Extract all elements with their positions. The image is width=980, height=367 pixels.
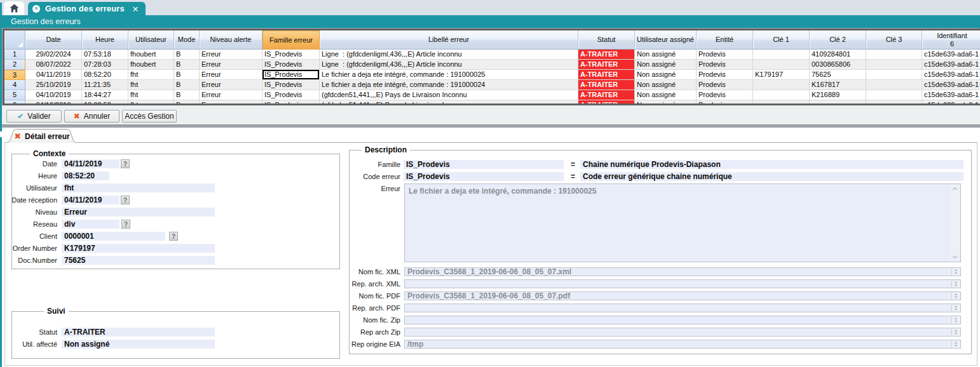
cell-niveau-row3[interactable]: Erreur — [200, 70, 262, 80]
cell-cle2-row3[interactable]: 75625 — [810, 70, 866, 80]
field-utilisateur[interactable]: fht — [62, 184, 215, 192]
textarea-scrollbar[interactable] — [950, 185, 960, 261]
cell-mode-row5[interactable]: B — [174, 90, 200, 100]
cell-libelle-row4[interactable]: Le fichier a deja ete intégré, commande … — [320, 80, 578, 90]
cell-heure-row3[interactable]: 08:52:20 — [82, 70, 128, 80]
cell-statut-row2[interactable]: A-TRAITER — [578, 60, 635, 70]
column-header-heure[interactable]: Heure — [82, 30, 128, 50]
cell-id6-row4[interactable]: c15de639-ada6-1 — [922, 80, 980, 90]
cell-id6-row3[interactable]: c15de639-ada6-1 — [922, 70, 980, 80]
field-nom-fic-pdf[interactable]: Prodevis_C3568_1_2019-06-06_08_05_07.pdf — [404, 291, 961, 300]
field-statut[interactable]: A-TRAITER — [62, 328, 215, 337]
column-header-statut[interactable]: Statut — [578, 30, 635, 50]
cell-famille-row2[interactable]: IS_Prodevis — [262, 60, 320, 70]
cell-cle3-row5[interactable] — [866, 90, 922, 100]
field-nom-fic-xml[interactable]: Prodevis_C3568_1_2019-06-06_08_05_07.xml — [404, 267, 961, 276]
cell-niveau-row4[interactable]: Erreur — [200, 80, 262, 90]
tab-detail-erreur[interactable]: ✖ Détail erreur — [6, 128, 78, 143]
cell-entite-row6[interactable]: Prodevis — [697, 100, 753, 105]
cell-cle2-row2[interactable]: 0030865806 — [810, 60, 866, 70]
cell-cle2-row5[interactable]: K216889 — [810, 90, 866, 100]
field-famille-code[interactable]: IS_Prodevis — [404, 160, 564, 169]
cell-statut-row5[interactable]: A-TRAITER — [578, 90, 635, 100]
cell-statut-row1[interactable]: A-TRAITER — [578, 50, 635, 60]
column-header-libelle[interactable]: Libellé erreur — [320, 30, 578, 50]
button-acc-s-gestion[interactable]: Accès Gestion — [122, 110, 177, 123]
cell-utilisateur-row3[interactable]: fht — [128, 70, 174, 80]
field-util-affect-[interactable]: Non assigné — [62, 340, 215, 349]
cell-cle2-row4[interactable]: K167817 — [810, 80, 866, 90]
cell-niveau-row6[interactable]: Erreur — [200, 100, 262, 105]
cell-statut-row6[interactable]: A-TRAITER — [578, 100, 635, 105]
cell-id6-row6[interactable]: c15de639-ada6-1 — [922, 100, 980, 105]
cell-mode-row6[interactable]: B — [174, 100, 200, 105]
button-valider[interactable]: ✔Valider — [6, 110, 62, 123]
cell-id6-row5[interactable]: c15de639-ada6-1 — [922, 90, 980, 100]
table-row-1[interactable]: 129/02/202407:53:18fhoubertBErreurIS_Pro… — [4, 50, 980, 60]
field-heure[interactable]: 08:52:20 — [62, 171, 109, 180]
cell-utilisateur-row5[interactable]: fht — [128, 90, 174, 100]
cell-cle1-row5[interactable] — [753, 90, 810, 100]
button-annuler[interactable]: ✖Annuler — [64, 110, 119, 123]
table-row-4[interactable]: 425/10/201911:21:35fhtBErreurIS_Prodevis… — [4, 80, 980, 90]
cell-libelle-row5[interactable]: (gfdcden51,441,,,E) Pays de Livraison In… — [320, 90, 578, 100]
cell-date-row2[interactable]: 08/07/2022 — [25, 60, 82, 70]
cell-cle1-row4[interactable] — [753, 80, 810, 90]
cell-date-row6[interactable]: 04/10/2019 — [25, 100, 82, 105]
table-row-3[interactable]: 304/11/201908:52:20fhtBErreurIS_Prodevis… — [4, 70, 980, 80]
cell-famille-row6[interactable]: IS_Prodevis — [262, 100, 320, 105]
cell-niveau-row2[interactable]: Erreur — [200, 60, 262, 70]
field-nom-fic-zip[interactable] — [404, 316, 961, 324]
field-doc-number[interactable]: 75625 — [62, 256, 215, 265]
cell-entite-row1[interactable]: Prodevis — [697, 50, 753, 60]
help-button-client[interactable]: ? — [169, 232, 178, 241]
cell-statut-row4[interactable]: A-TRAITER — [578, 80, 635, 90]
cell-utilisateur-row4[interactable]: fht — [128, 80, 174, 90]
cell-heure-row1[interactable]: 07:53:18 — [82, 50, 128, 60]
cell-rownum-row5[interactable]: 5 — [4, 90, 25, 100]
cell-famille-row4[interactable]: IS_Prodevis — [262, 80, 320, 90]
field-rep-arch-pdf[interactable] — [404, 304, 961, 312]
cell-assigne-row1[interactable]: Non assigné — [635, 50, 697, 60]
cell-cle1-row1[interactable] — [753, 50, 810, 60]
cell-cle3-row4[interactable] — [866, 80, 922, 90]
cell-libelle-row6[interactable]: (gfdcden51,441,,,E) Pays de Livraison In… — [320, 100, 578, 105]
cell-heure-row4[interactable]: 11:21:35 — [82, 80, 128, 90]
column-header-id6[interactable]: Identifiant 6 — [922, 30, 980, 50]
field-rep-arch-zip[interactable] — [404, 328, 961, 337]
spin-control-icon[interactable] — [951, 293, 960, 299]
cell-mode-row4[interactable]: B — [174, 80, 200, 90]
cell-entite-row2[interactable]: Prodevis — [697, 60, 753, 70]
field-code-erreur-code[interactable]: IS_Prodevis — [404, 172, 564, 181]
cell-statut-row3[interactable]: A-TRAITER — [578, 70, 635, 80]
field-date-r-ception[interactable]: 04/11/2019 — [62, 196, 119, 204]
spin-control-icon[interactable] — [951, 305, 960, 311]
cell-libelle-row1[interactable]: Ligne : (gfdcdenligml,436,,,E) Article i… — [320, 50, 578, 60]
cell-cle2-row1[interactable]: 4109284801 — [810, 50, 866, 60]
column-header-cle1[interactable]: Clé 1 — [753, 30, 810, 50]
cell-cle1-row6[interactable] — [753, 100, 810, 105]
tab-close-icon[interactable]: ✕ — [132, 4, 139, 14]
field-erreur-textarea[interactable]: Le fichier a deja ete intégré, commande … — [404, 184, 961, 262]
column-header-utilisateur[interactable]: Utilisateur — [128, 30, 174, 50]
left-splitter-strip[interactable] — [0, 3, 2, 367]
splitter-grip[interactable] — [0, 131, 2, 137]
cell-cle1-row3[interactable]: K179197 — [753, 70, 810, 80]
help-button-date[interactable]: ? — [121, 159, 130, 168]
help-button-reseau[interactable]: ? — [121, 220, 130, 229]
home-tab[interactable] — [4, 1, 24, 15]
cell-assigne-row3[interactable]: Non assigné — [635, 70, 697, 80]
field-reseau[interactable]: div — [62, 220, 119, 229]
cell-famille-row5[interactable]: IS_Prodevis — [262, 90, 320, 100]
field-famille-libelle[interactable]: Chaine numérique Prodevis-Diapason — [580, 160, 963, 169]
cell-date-row5[interactable]: 04/10/2019 — [25, 90, 82, 100]
cell-rownum-row4[interactable]: 4 — [4, 80, 25, 90]
cell-date-row4[interactable]: 25/10/2019 — [25, 80, 82, 90]
cell-utilisateur-row1[interactable]: fhoubert — [128, 50, 174, 60]
cell-cle1-row2[interactable] — [753, 60, 810, 70]
cell-entite-row3[interactable]: Prodevis — [697, 70, 753, 80]
cell-famille-row1[interactable]: IS_Prodevis — [262, 50, 320, 60]
column-header-niveau[interactable]: Niveau alerte — [200, 30, 262, 50]
cell-entite-row4[interactable]: Prodevis — [697, 80, 753, 90]
field-rep-origine-eia[interactable]: /tmp — [404, 340, 961, 349]
